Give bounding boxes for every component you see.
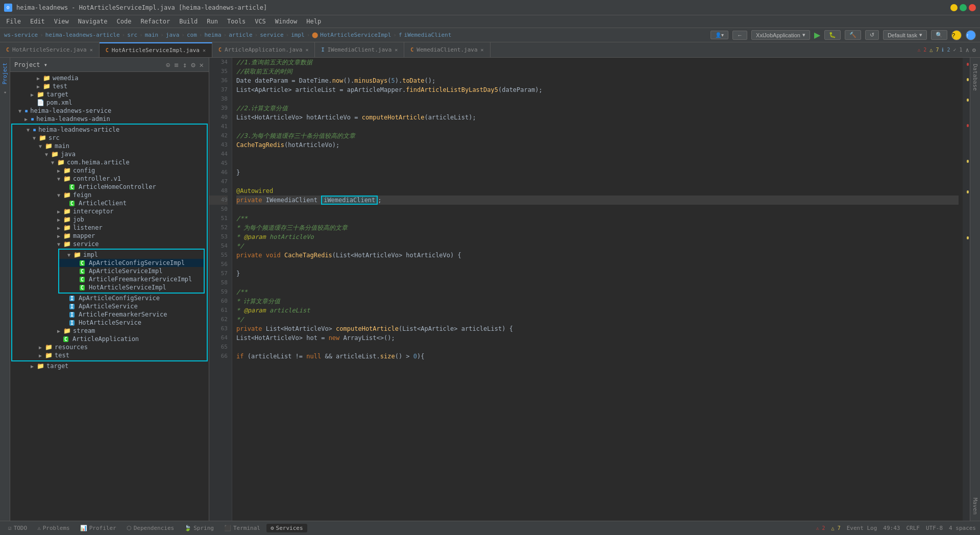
tab-services[interactable]: ⚙ Services	[266, 524, 307, 532]
tab-spring[interactable]: 🍃 Spring	[180, 524, 218, 532]
run-button[interactable]: ▶	[814, 30, 820, 40]
tab-hotarticleserviceimpl[interactable]: C HotArticleServiceImpl.java ✕	[100, 42, 212, 58]
close-button[interactable]	[969, 4, 976, 11]
sidebar-maven[interactable]: Maven	[970, 492, 980, 521]
tab-hotarticleservice[interactable]: C HotArticleService.java ✕	[0, 42, 100, 58]
breadcrumb-hotarticle[interactable]: ⬤	[312, 32, 318, 38]
tab-close-3[interactable]: ✕	[305, 47, 308, 53]
tree-item-afms[interactable]: I ArticleFreemarkerService	[12, 310, 207, 319]
tree-item-controller[interactable]: ▼ 📁 controller.v1	[12, 175, 207, 183]
tree-item-test2[interactable]: ▶ 📁 test	[12, 351, 207, 359]
breadcrumb-main[interactable]: main	[145, 32, 159, 38]
menu-tools[interactable]: Tools	[223, 17, 250, 26]
tree-item-target2[interactable]: ▶ 📁 target	[10, 362, 209, 370]
tree-item-wemedia[interactable]: ▶ 📁 wemedia	[10, 74, 209, 82]
tab-todo[interactable]: ☑ TODO	[4, 524, 31, 532]
max-button[interactable]	[960, 4, 967, 11]
menu-edit[interactable]: Edit	[26, 17, 49, 26]
breadcrumb-src[interactable]: src	[127, 32, 137, 38]
breadcrumb-article2[interactable]: article	[229, 32, 252, 38]
tab-articleapplication[interactable]: C ArticleApplication.java ✕	[212, 42, 315, 58]
help-button[interactable]: ?	[951, 30, 962, 40]
tab-profiler[interactable]: 📊 Profiler	[76, 524, 120, 532]
git-button[interactable]: 👤▾	[710, 31, 728, 39]
sidebar-database[interactable]: Database	[970, 58, 980, 97]
menu-build[interactable]: Build	[175, 17, 202, 26]
settings-panel-icon[interactable]: ⚙	[190, 60, 196, 70]
tree-item-aacs[interactable]: I ApArticleConfigService	[12, 294, 207, 302]
breadcrumb-iface[interactable]: iWemediaClient	[404, 32, 452, 38]
breadcrumb-article[interactable]: heima-leadnews-article	[45, 32, 120, 38]
tree-item-resources[interactable]: ▶ 📁 resources	[12, 343, 207, 351]
search-button[interactable]: 🔍	[931, 30, 947, 40]
tree-item-ahc[interactable]: C ArticleHomeController	[12, 183, 207, 191]
collapse-icon[interactable]: ≡	[173, 60, 179, 70]
close-panel-icon[interactable]: ✕	[199, 60, 205, 70]
menu-code[interactable]: Code	[113, 17, 136, 26]
tree-item-ac[interactable]: C ArticleClient	[12, 199, 207, 207]
code-content[interactable]: //1.查询前五天的文章数据 //获取前五天的时间 Date dateParam…	[232, 58, 963, 521]
locate-icon[interactable]: ⊙	[165, 60, 171, 70]
menu-window[interactable]: Window	[271, 17, 301, 26]
breadcrumb-impl[interactable]: impl	[291, 32, 305, 38]
breadcrumb-class[interactable]: HotArticleServiceImpl	[320, 32, 391, 38]
tree-item-job[interactable]: ▶ 📁 job	[12, 215, 207, 224]
tree-item-listener[interactable]: ▶ 📁 listener	[12, 224, 207, 232]
tree-item-src[interactable]: ▼ 📁 src	[12, 134, 207, 142]
breadcrumb-com[interactable]: com	[187, 32, 197, 38]
tree-item-artapp[interactable]: C ArticleApplication	[12, 335, 207, 343]
tab-dependencies[interactable]: ⬡ Dependencies	[122, 524, 178, 532]
tree-item-comheima[interactable]: ▼ 📁 com.heima.article	[12, 158, 207, 166]
menu-navigate[interactable]: Navigate	[74, 17, 112, 26]
tree-item-interceptor[interactable]: ▶ 📁 interceptor	[12, 207, 207, 215]
back-button[interactable]: ←	[732, 31, 747, 40]
tree-item-aasi[interactable]: C ApArticleServiceImpl	[59, 267, 204, 275]
menu-refactor[interactable]: Refactor	[136, 17, 174, 26]
breadcrumb-heima[interactable]: heima	[204, 32, 221, 38]
tab-problems[interactable]: ⚠ Problems	[33, 524, 74, 532]
tree-item-target1[interactable]: ▶ 📁 target	[10, 90, 209, 99]
tab-terminal[interactable]: ⬛ Terminal	[220, 524, 264, 532]
breadcrumb-ws[interactable]: ws-service	[4, 32, 38, 38]
tree-item-impl[interactable]: ▼ 📁 impl	[59, 251, 204, 259]
expand-icon[interactable]: ∧	[966, 46, 969, 54]
sidebar-tab-favorites[interactable]: ★	[2, 87, 9, 99]
tab-close-2[interactable]: ✕	[203, 47, 206, 53]
tab-close-4[interactable]: ✕	[395, 47, 398, 53]
tree-item-hla2[interactable]: ▼ ▪ heima-leadnews-article	[12, 126, 207, 134]
breadcrumb-iwemedia[interactable]: f	[399, 32, 402, 38]
settings-icon[interactable]: ⚙	[972, 46, 976, 54]
tree-item-aas[interactable]: I ApArticleService	[12, 302, 207, 310]
tree-item-aacsi[interactable]: C ApArticleConfigServiceImpl	[59, 259, 204, 267]
sort-icon[interactable]: ↕	[182, 60, 188, 70]
tree-item-java[interactable]: ▼ 📁 java	[12, 150, 207, 158]
tab-iwemedia[interactable]: I IWemediaClient.java ✕	[315, 42, 404, 58]
default-task-dropdown[interactable]: Default task ▾	[883, 30, 927, 40]
breadcrumb-service[interactable]: service	[260, 32, 283, 38]
xxljob-dropdown[interactable]: XxlJobApplication ▾	[751, 30, 810, 40]
build-button[interactable]: 🔨	[845, 30, 861, 40]
tab-close-5[interactable]: ✕	[481, 47, 484, 53]
tree-item-test[interactable]: ▶ 📁 test	[10, 82, 209, 90]
update-button[interactable]: ↑	[966, 30, 976, 40]
tree-item-main[interactable]: ▼ 📁 main	[12, 142, 207, 150]
tree-item-pom[interactable]: 📄 pom.xml	[10, 99, 209, 107]
menu-file[interactable]: File	[2, 17, 25, 26]
menu-vcs[interactable]: VCS	[251, 17, 270, 26]
tab-wemedia[interactable]: C WemediaClient.java ✕	[404, 42, 490, 58]
tree-item-hla[interactable]: ▶ ▪ heima-leadnews-admin	[10, 115, 209, 123]
sidebar-tab-project[interactable]: Project	[1, 60, 9, 87]
tree-item-config[interactable]: ▶ 📁 config	[12, 166, 207, 175]
breadcrumb-java[interactable]: java	[166, 32, 180, 38]
event-log-link[interactable]: Event Log	[847, 525, 877, 531]
menu-help[interactable]: Help	[302, 17, 325, 26]
debug-button[interactable]: 🐛	[824, 30, 841, 40]
tree-item-mapper[interactable]: ▶ 📁 mapper	[12, 232, 207, 240]
tree-item-service[interactable]: ▼ 📁 service	[12, 240, 207, 248]
menu-run[interactable]: Run	[203, 17, 222, 26]
tree-item-has[interactable]: I HotArticleService	[12, 319, 207, 327]
min-button[interactable]	[950, 4, 958, 11]
reload-button[interactable]: ↺	[865, 30, 879, 40]
tree-item-hls[interactable]: ▼ ▪ heima-leadnews-service	[10, 107, 209, 115]
tree-item-feign[interactable]: ▼ 📁 feign	[12, 191, 207, 199]
